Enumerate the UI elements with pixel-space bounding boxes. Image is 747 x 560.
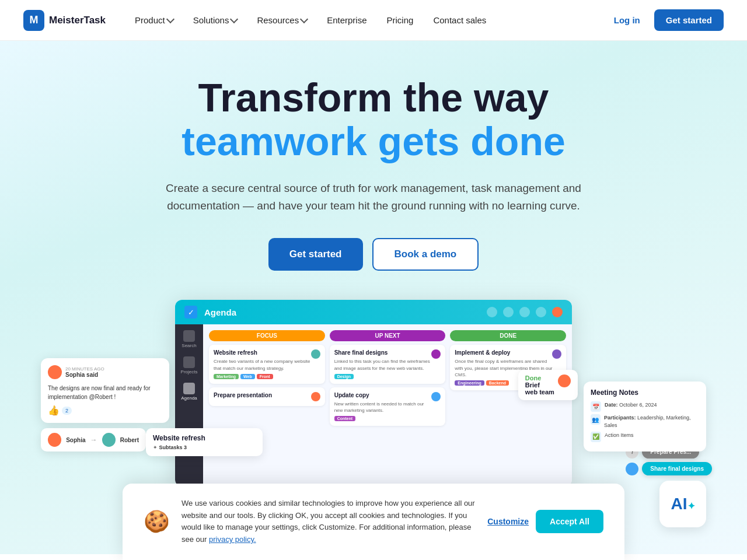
chat-header: 20 MINUTES AGO Sophia said [48,365,162,379]
kanban-panel: ✓ Agenda Search [175,300,572,487]
reaction-count: 2 [62,407,72,415]
meeting-participants: Participants: Leadership, Marketing, Sal… [604,414,699,429]
card-tag: Marketing [214,374,239,379]
nav-item-resources[interactable]: Resources [249,10,315,30]
kanban-col-done: DONE Implement & deploy Once the final c… [450,330,566,480]
kanban-col-focus: FOCUS Website refresh Create two variant… [209,330,325,480]
float-ai: AI✦ [659,481,706,527]
kanban-card: Update copy New written content is neede… [330,387,446,426]
float-task-detail: Website refresh ✦ Subtasks 3 [146,428,263,456]
kanban-card: Share final designs Linked to this task … [330,345,446,383]
chat-avatar [48,365,62,379]
card-avatar [431,349,441,359]
kanban-card: Prepare presentation [209,387,325,406]
float-brief-done: Done Brief web team [518,370,578,400]
card-desc: Create two variants of a new company web… [214,358,320,371]
nav-item-product[interactable]: Product [127,10,181,30]
card-avatar [552,349,561,359]
pill-avatar-3 [626,463,638,475]
kanban-body: Search Projects Agenda FOCUS [175,324,572,485]
book-demo-button[interactable]: Book a demo [372,238,479,271]
navbar: M MeisterTask Product Solutions Resource… [0,0,747,41]
participants-icon: 👥 [591,414,601,425]
nav-actions: Log in Get started [607,9,724,31]
login-button[interactable]: Log in [607,10,647,30]
sidebar-agenda-icon: Agenda [181,383,197,401]
reaction-icon: 👍 [48,405,60,416]
nav-item-pricing[interactable]: Pricing [379,10,422,30]
card-title: Share final designs [334,349,441,356]
kanban-sidebar: Search Projects Agenda [175,324,203,485]
header-avatar [552,307,563,317]
card-title: Implement & deploy [455,349,561,356]
assign-arrow-icon: → [90,436,97,444]
get-started-nav-button[interactable]: Get started [654,9,724,31]
subtasks-count: 3 [184,444,187,450]
nav-item-solutions[interactable]: Solutions [185,10,246,30]
meeting-action-label: Action Items [605,432,634,439]
ai-logo: AI✦ [671,495,695,513]
chat-message: The designs are now final and ready for … [48,384,162,401]
chevron-down-icon [300,15,308,23]
subtasks-label: Subtasks [159,444,183,450]
logo-text: MeisterTask [49,15,106,26]
assign-to-name: Robert [120,437,139,443]
chat-reaction: 👍 2 [48,405,162,416]
chat-info: 20 MINUTES AGO Sophia said [65,366,104,378]
hero-title: Transform the way teamwork gets done [181,76,566,163]
nav-links: Product Solutions Resources Enterprise P… [127,10,607,30]
get-started-hero-button[interactable]: Get started [268,238,363,271]
logo-icon: M [23,10,44,31]
cookie-actions: Customize Accept All [487,510,603,533]
card-tag: Content [334,416,355,421]
action-icon: ✅ [591,432,601,442]
float-meeting: Meeting Notes 📅 Date: October 6, 2024 👥 … [584,382,706,451]
ai-plus-icon: ✦ [687,501,695,511]
card-tags: Marketing Web Front [214,374,320,379]
assign-to-avatar [102,433,116,447]
accept-all-button[interactable]: Accept All [536,510,603,533]
sidebar-projects-icon: Projects [181,356,198,374]
hero-subtitle: Create a secure central source of truth … [152,180,595,215]
header-icon-2 [503,307,514,317]
chat-time: 20 MINUTES AGO [65,366,104,372]
card-avatar [311,392,320,401]
customize-button[interactable]: Customize [487,517,529,526]
cookie-text: We use various cookies and similar techn… [181,498,476,546]
card-tag: Backend [486,380,509,386]
kanban-header-icons [487,307,563,317]
nav-item-enterprise[interactable]: Enterprise [319,10,375,30]
card-avatar [431,392,441,401]
logo[interactable]: M MeisterTask [23,10,106,31]
kanban-header: ✓ Agenda [175,300,572,324]
cookie-banner: 🍪 We use various cookies and similar tec… [123,484,624,554]
meeting-action-row: ✅ Action Items [591,432,699,442]
cookie-icon: 🍪 [144,509,170,534]
header-icon-1 [487,307,497,317]
card-desc: Linked to this task you can find the wir… [334,358,441,371]
col-focus-header: FOCUS [209,330,325,341]
assign-from-avatar [48,433,61,447]
hero-title-line2: teamwork gets done [181,119,566,163]
pill-share-designs: Share final designs [642,462,712,475]
calendar-icon: 📅 [591,401,601,412]
header-icon-3 [519,307,530,317]
col-done-header: DONE [450,330,566,341]
nav-item-contact-sales[interactable]: Contact sales [425,10,494,30]
card-tag: Web [240,374,255,379]
kanban-card: Website refresh Create two variants of a… [209,345,325,383]
header-icon-4 [536,307,546,317]
hero-section: Transform the way teamwork gets done Cre… [0,41,747,554]
col-upnext-header: UP NEXT [330,330,446,341]
card-tag: Engineering [455,380,484,386]
card-title: Website refresh [214,349,320,356]
card-tags: Design [334,374,441,379]
card-desc: New written content is needed to match o… [334,401,441,414]
sidebar-search-icon: Search [181,330,196,348]
card-title: Update copy [334,392,441,398]
card-title: Prepare presentation [214,392,320,398]
app-screenshot: ✓ Agenda Search [23,300,724,498]
assign-from-name: Sophia [66,437,85,443]
privacy-policy-link[interactable]: privacy policy. [209,535,256,544]
chevron-down-icon [166,15,174,23]
